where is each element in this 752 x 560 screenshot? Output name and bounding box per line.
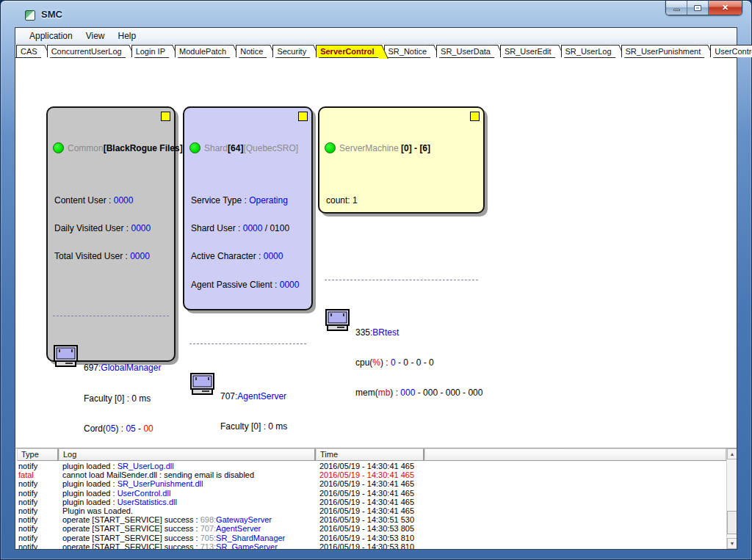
menu-help[interactable]: Help (112, 29, 143, 43)
window-title: SMC (41, 9, 62, 20)
log-row[interactable]: notify operate [START_SERVICE] success :… (17, 524, 726, 533)
log-column-header-log[interactable]: Log (59, 448, 316, 461)
server-item-brtest[interactable]: 335:BRtest cpu(%) : 0 - 0 - 0 - 0 mem(mb… (319, 301, 483, 426)
panel-stats: Content User : 0000 Daily Visited User :… (48, 175, 174, 280)
panel-header: ServerMachine [0] - [6] (319, 139, 483, 155)
minimize-button[interactable] (666, 1, 687, 15)
maximize-button[interactable] (687, 1, 709, 15)
status-led-icon (189, 142, 200, 153)
app-window: SMC ✕ Application View Help CAS Concurre… (0, 0, 752, 560)
menu-bar: Application View Help (15, 28, 737, 44)
scroll-down-icon[interactable]: ▼ (727, 538, 737, 549)
server-item-globalmanager[interactable]: 697:GlobalManager Faculty [0] : 0 ms Cor… (48, 337, 174, 462)
server-info: 697:GlobalManager Faculty [0] : 0 ms Cor… (84, 343, 161, 455)
tab-sr-userdata[interactable]: SR_UserData (436, 45, 493, 57)
caption-buttons: ✕ (665, 1, 742, 15)
status-led-icon (53, 142, 64, 153)
tab-notice[interactable]: Notice (236, 45, 265, 57)
server-info: 335:BRtest cpu(%) : 0 - 0 - 0 - 0 mem(mb… (355, 308, 482, 419)
log-rows: notify plugin loaded : SR_UserLog.dll 20… (17, 462, 726, 549)
title-bar[interactable]: SMC ✕ (1, 1, 751, 27)
panel-corner-marker[interactable] (298, 112, 308, 121)
panel-title: Common[BlackRogue Files] (68, 143, 183, 153)
panel-stats: count: 1 (319, 175, 483, 224)
stat-line: Content User : 0000 (54, 196, 170, 206)
log-column-header-type[interactable]: Type (17, 448, 59, 461)
tab-cas[interactable]: CAS (16, 45, 40, 57)
menu-view[interactable]: View (79, 29, 112, 43)
machine-count: count: 1 (326, 196, 479, 206)
tab-security[interactable]: Security (272, 45, 308, 57)
log-row[interactable]: notify plugin loaded : UserStatistics.dl… (17, 498, 726, 506)
menu-application[interactable]: Application (23, 29, 79, 43)
log-scrollbar[interactable]: ▲ ▼ (726, 448, 737, 549)
stat-line: Shard User : 0000 / 0100 (191, 224, 307, 233)
log-column-header-time[interactable]: Time (316, 448, 424, 461)
divider (53, 316, 169, 316)
log-row[interactable]: notify operate [START_SERVICE] success :… (17, 542, 726, 549)
tab-sr-userlog[interactable]: SR_UserLog (561, 45, 614, 57)
scrollbar-thumb[interactable] (727, 511, 737, 534)
stat-line: Daily Visited User : 0000 (54, 224, 170, 233)
minimize-icon (673, 9, 680, 11)
log-row[interactable]: fatal cannot load MailSender.dll : sendi… (17, 470, 726, 479)
panel-title: ServerMachine [0] - [6] (339, 143, 430, 153)
tab-servercontrol[interactable]: ServerControl (316, 45, 376, 57)
panel-header: Shard[64][QuebecSRO] (184, 139, 311, 155)
log-row[interactable]: notify plugin loaded : SR_UserLog.dll 20… (17, 462, 726, 470)
divider (325, 280, 478, 280)
panel-common: Common[BlackRogue Files] Content User : … (46, 106, 176, 362)
stat-line: Service Type : Operating (191, 196, 307, 206)
panel-corner-marker[interactable] (470, 112, 480, 121)
tab-usercontrol[interactable]: UserControl (710, 45, 752, 57)
maximize-icon (694, 5, 701, 11)
log-row[interactable]: notify operate [START_SERVICE] success :… (17, 515, 726, 524)
log-row[interactable]: notify operate [START_SERVICE] success :… (17, 534, 726, 542)
close-icon: ✕ (722, 4, 728, 12)
panel-corner-marker[interactable] (161, 112, 170, 121)
log-panel: Type Log Time notify plugin loaded : SR_… (15, 448, 737, 549)
stat-line: Active Character : 0000 (191, 252, 307, 261)
server-control-view: Common[BlackRogue Files] Content User : … (15, 58, 737, 549)
client-area: Application View Help CAS ConcurrentUser… (15, 27, 737, 550)
tab-sr-useredit[interactable]: SR_UserEdit (500, 45, 554, 57)
tab-sr-userpunishment[interactable]: SR_UserPunishment (621, 45, 704, 57)
tab-sr-notice[interactable]: SR_Notice (384, 45, 430, 57)
close-button[interactable]: ✕ (709, 1, 742, 15)
log-row[interactable]: notify plugin loaded : SR_UserPunishment… (17, 479, 726, 488)
panel-header: Common[BlackRogue Files] (48, 139, 174, 155)
status-led-icon (325, 142, 336, 153)
computer-icon (190, 373, 217, 397)
tab-bar: CAS ConcurrentUserLog Login IP ModulePat… (15, 44, 737, 58)
computer-icon (325, 309, 352, 333)
server-panels-canvas: Common[BlackRogue Files] Content User : … (15, 58, 737, 448)
tab-concurrentuserlog[interactable]: ConcurrentUserLog (47, 45, 124, 57)
log-column-header-empty[interactable] (424, 448, 726, 461)
app-icon (25, 10, 35, 21)
log-row[interactable]: notify Plugin was Loaded. 2016/05/19 - 1… (17, 506, 726, 515)
panel-stats: Service Type : Operating Shard User : 00… (184, 175, 311, 308)
panel-servermachine: ServerMachine [0] - [6] count: 1 335:BRt… (318, 106, 485, 214)
stat-line: Agent Passive Client : 0000 (191, 280, 307, 290)
panel-shard: Shard[64][QuebecSRO] Service Type : Oper… (183, 106, 313, 310)
divider (189, 343, 306, 344)
tab-modulepatch[interactable]: ModulePatch (175, 45, 228, 57)
scroll-up-icon[interactable]: ▲ (727, 448, 737, 459)
tab-login-ip[interactable]: Login IP (131, 45, 167, 57)
log-row[interactable]: notify plugin loaded : UserControl.dll 2… (17, 489, 726, 498)
panel-title: Shard[64][QuebecSRO] (204, 143, 298, 153)
computer-icon (54, 345, 80, 369)
stat-line: Total Visited User : 0000 (54, 252, 170, 261)
log-header-row: Type Log Time (17, 448, 726, 461)
